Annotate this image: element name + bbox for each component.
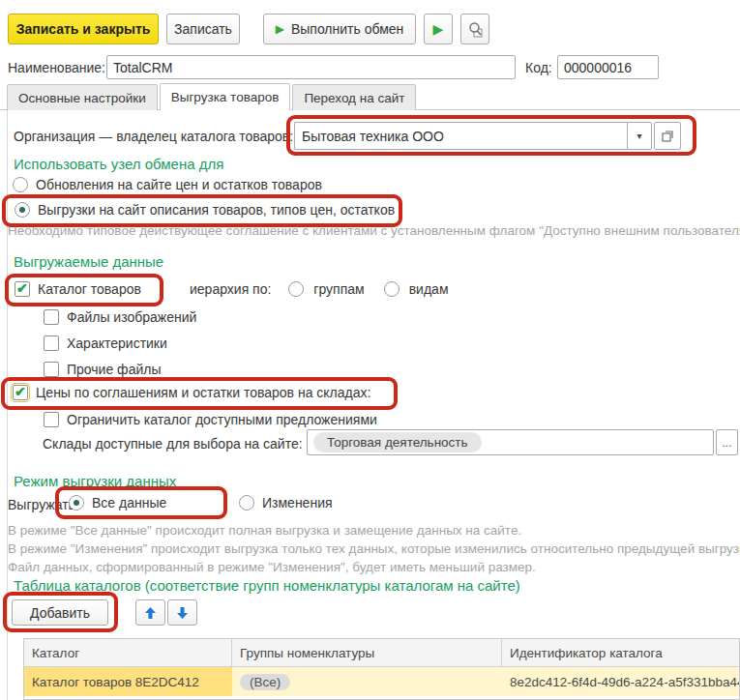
play-icon: ▶ — [276, 23, 284, 35]
radio-hierarchy-kinds[interactable] — [384, 281, 400, 297]
radio-changes-label: Изменения — [262, 495, 333, 510]
image-files-label: Файлы изображений — [67, 309, 196, 325]
other-files-label: Прочие файлы — [67, 362, 161, 377]
export-mode-heading: Режим выгрузки данных — [14, 473, 176, 489]
tab-page-left-border — [7, 110, 8, 700]
code-label: Код: — [525, 60, 552, 75]
cell-catalog[interactable]: Каталог товаров 8E2DC412 — [24, 667, 232, 696]
magnifier-document-icon — [467, 21, 484, 38]
catalog-checkbox[interactable] — [15, 281, 30, 297]
characteristics-label: Характеристики — [67, 335, 167, 351]
warehouses-value-tag[interactable]: Торговая деятельность — [313, 432, 482, 452]
mode-note-line3: Файл данных, сформированный в режиме "Из… — [8, 560, 740, 574]
cell-id[interactable]: 8e2dc412-6f4d-49d6-a224-a5f331bba449 — [502, 667, 739, 696]
execute-exchange-button[interactable]: ▶ Выполнить обмен — [263, 14, 416, 44]
move-up-button[interactable] — [135, 599, 165, 626]
name-label: Наименование: — [8, 60, 105, 75]
execute-exchange-label: Выполнить обмен — [291, 21, 403, 37]
radio-row-changes[interactable]: Изменения — [239, 495, 333, 510]
limit-label: Ограничить каталог доступными предложени… — [67, 412, 377, 427]
radio-hierarchy-groups-label: группам — [313, 281, 364, 297]
prices-label: Цены по соглашениям и остатки товаров на… — [36, 385, 370, 400]
radio-row-update[interactable]: Обновления на сайте цен и остатков товар… — [13, 177, 322, 192]
radio-update-prices[interactable] — [13, 177, 28, 192]
prices-checkbox-row[interactable]: Цены по соглашениям и остатки товаров на… — [13, 385, 370, 400]
tab-goods-export[interactable]: Выгрузка товаров — [160, 83, 291, 110]
radio-hierarchy-kinds-label: видам — [409, 281, 449, 297]
characteristics-checkbox[interactable] — [44, 335, 59, 351]
mode-note-line2: В режиме "Изменения" происходит выгрузка… — [8, 541, 740, 556]
radio-all-data-label: Все данные — [92, 495, 166, 510]
hierarchy-label: иерархия по: — [190, 281, 271, 297]
column-header-catalog: Каталог — [24, 639, 232, 666]
tabbar: Основные настройки Выгрузка товаров Пере… — [7, 83, 418, 110]
run-exchange-icon-button[interactable]: ▶ — [424, 14, 453, 44]
agreement-note: Необходимо типовое действующее соглашени… — [8, 223, 740, 238]
export-data-heading: Выгружаемые данные — [14, 253, 163, 270]
radio-hierarchy-groups[interactable] — [288, 281, 304, 297]
organization-label: Организация — владелец каталога товаров: — [14, 129, 293, 144]
radio-row-export[interactable]: Выгрузки на сайт описания товаров, типов… — [15, 202, 395, 218]
radio-all-data[interactable] — [69, 495, 84, 510]
limit-checkbox[interactable] — [44, 412, 59, 427]
organization-field[interactable]: Бытовая техника ООО ▾ — [294, 122, 681, 150]
tab-go-to-site[interactable]: Переход на сайт — [292, 84, 416, 110]
catalog-checkbox-label: Каталог товаров — [38, 281, 141, 297]
hierarchy-row: иерархия по: группам видам — [190, 281, 449, 297]
characteristics-checkbox-row[interactable]: Характеристики — [44, 335, 167, 351]
save-and-close-button[interactable]: Записать и закрыть — [8, 14, 159, 44]
column-header-id: Идентификатор каталога — [502, 639, 739, 666]
catalog-table-header: Каталог Группы номенклатуры Идентификато… — [24, 639, 739, 667]
image-files-checkbox-row[interactable]: Файлы изображений — [44, 309, 196, 325]
warehouses-field[interactable]: Торговая деятельность — [307, 429, 714, 455]
prices-checkbox[interactable] — [13, 385, 28, 400]
save-button[interactable]: Записать — [166, 14, 240, 44]
warehouses-label: Склады доступные для выбора на сайте: — [43, 436, 303, 452]
radio-export-descriptions[interactable] — [15, 202, 30, 218]
code-input[interactable] — [557, 55, 659, 79]
table-row[interactable]: Каталог товаров 8E2DC412 (Все) 8e2dc412-… — [24, 667, 739, 696]
column-header-groups: Группы номенклатуры — [232, 639, 502, 666]
tab-main-settings[interactable]: Основные настройки — [7, 84, 158, 110]
arrow-up-icon — [144, 606, 157, 620]
catalog-checkbox-row[interactable]: Каталог товаров — [15, 281, 141, 297]
arrow-down-icon — [176, 606, 189, 620]
play-icon: ▶ — [433, 22, 444, 36]
preview-report-button[interactable] — [460, 14, 489, 44]
radio-export-descriptions-label: Выгрузки на сайт описания товаров, типов… — [38, 202, 395, 218]
image-files-checkbox[interactable] — [44, 309, 59, 325]
warehouses-more-button[interactable]: ... — [716, 429, 738, 455]
move-down-button[interactable] — [167, 599, 197, 626]
organization-value[interactable]: Бытовая техника ООО — [294, 122, 627, 150]
chevron-down-icon[interactable]: ▾ — [627, 122, 652, 150]
radio-changes[interactable] — [239, 495, 254, 510]
add-button[interactable]: Добавить — [12, 599, 108, 626]
other-files-checkbox[interactable] — [44, 362, 59, 377]
radio-row-all-data[interactable]: Все данные — [69, 495, 166, 510]
radio-update-prices-label: Обновления на сайте цен и остатков товар… — [36, 177, 322, 192]
mode-note-line1: В режиме "Все данные" происходит полная … — [8, 523, 740, 538]
other-files-checkbox-row[interactable]: Прочие файлы — [44, 362, 161, 377]
limit-checkbox-row[interactable]: Ограничить каталог доступными предложени… — [44, 412, 377, 427]
exchange-usage-heading: Использовать узел обмена для — [14, 156, 223, 172]
cell-groups[interactable]: (Все) — [232, 667, 502, 696]
groups-value-tag[interactable]: (Все) — [240, 674, 290, 690]
catalog-table-heading: Таблица каталогов (соответствие групп но… — [14, 577, 520, 594]
catalog-table: Каталог Группы номенклатуры Идентификато… — [23, 638, 740, 700]
name-input[interactable] — [106, 55, 516, 79]
open-form-icon[interactable] — [654, 122, 681, 150]
